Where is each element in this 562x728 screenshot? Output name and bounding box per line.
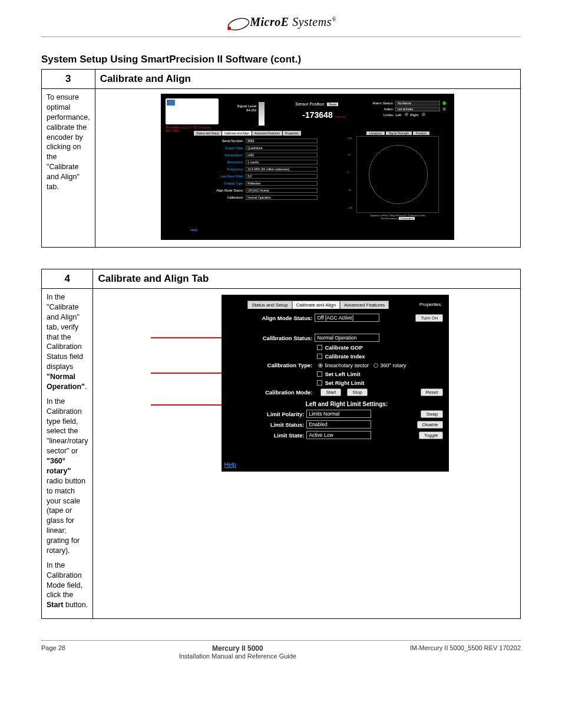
radio-linear-rotary[interactable] <box>318 363 323 368</box>
turn-on-button[interactable]: Turn On <box>415 314 443 322</box>
footer-title: Mercury II 5000 <box>65 644 410 653</box>
tab-status-setup[interactable]: Status and Setup <box>194 131 221 136</box>
swap-button[interactable]: Swap <box>421 410 443 418</box>
calibrate-index-checkbox[interactable] <box>317 354 322 359</box>
lowpass-field[interactable]: 3.0 <box>246 174 318 179</box>
reset-button[interactable]: Reset <box>421 388 444 396</box>
disable-button[interactable]: Disable <box>417 421 444 429</box>
limit-status-value: Enabled <box>306 420 371 429</box>
help-link[interactable]: Help <box>224 462 236 468</box>
app-tabs[interactable]: Status and SetupCalibrate and AlignAdvan… <box>194 131 302 135</box>
section-heading: System Setup Using SmartPrecision II Sof… <box>41 54 521 65</box>
page-root: MicroE Systems® System Setup Using Smart… <box>0 0 562 683</box>
svg-point-0 <box>227 17 250 32</box>
plot-tab-signal[interactable]: Signal Strength <box>386 131 412 135</box>
step3-table: 3 Calibrate and Align To ensure optimal … <box>41 69 521 248</box>
app-brand-box <box>166 98 219 124</box>
set-right-limit-checkbox[interactable] <box>317 380 322 386</box>
status-led-icon <box>442 101 446 105</box>
left-limit-led-icon <box>405 113 408 116</box>
calibrate-gop-checkbox[interactable] <box>317 345 322 350</box>
align-mode-value: Off [AGC Active] <box>315 314 379 322</box>
plot-tab-lissajous[interactable]: Lissajous <box>366 131 385 135</box>
frequency-field[interactable]: 10.0 MHz (50 million states/sec) <box>246 167 318 172</box>
footer-rule <box>41 640 521 641</box>
align-mode-label: Align Mode Status: <box>250 315 315 321</box>
tab-properties[interactable]: Properties <box>283 131 301 136</box>
step4-number: 4 <box>42 269 93 289</box>
cal-mode-label: Calibration Mode: <box>250 389 315 396</box>
plot-tabs[interactable]: LissajousSignal StrengthPosition <box>351 131 445 135</box>
set-right-limit-label: Set Right Limit <box>325 380 364 386</box>
sensor-position-label: Sensor Position Reset <box>295 102 338 106</box>
align-mode-status-field: Off [AGC Active] <box>246 188 318 193</box>
step3-instruction: To ensure optimal performance, calibrate… <box>47 93 90 192</box>
step4-table: 4 Calibrate and Align Tab In the "Calibr… <box>41 269 521 619</box>
tab-calibrate-align[interactable]: Calibrate and Align <box>292 301 340 309</box>
tabs-row[interactable]: Status and Setup Calibrate and Align Adv… <box>247 301 444 309</box>
svg-point-1 <box>227 27 231 30</box>
output-type-field[interactable]: Quadrature <box>246 146 318 150</box>
serial-number-field: 9999 <box>246 139 318 143</box>
limit-state-label: Limit State: <box>250 432 306 439</box>
lissajous-plot: 100 50 0 -50 -100 <box>356 136 439 213</box>
cal-type-label: Calibration Type: <box>250 362 315 368</box>
app-screenshot-2: Status and Setup Calibrate and Align Adv… <box>222 295 449 472</box>
help-link[interactable]: Help <box>190 228 197 232</box>
calibrate-index-label: Calibrate Index <box>325 353 365 360</box>
status-fields: Serial Number:9999 Output Type:Quadratur… <box>200 139 318 202</box>
limit-state-value: Active Low <box>306 431 371 439</box>
page-footer: Page 28 Mercury II 5000 Installation Man… <box>41 644 521 660</box>
calibrate-gop-label: Calibrate GOP <box>325 344 362 351</box>
step3-title: Calibrate and Align <box>100 73 191 84</box>
tab-advanced[interactable]: Advanced Features <box>252 131 282 136</box>
alarm-column: Alarm Status:No Alarms Index:not at inde… <box>363 101 446 118</box>
plot-tab-position[interactable]: Position <box>413 131 429 135</box>
properties-label[interactable]: Properties <box>416 301 444 309</box>
signal-level-bar <box>259 102 265 126</box>
toggle-button[interactable]: Toggle <box>419 431 444 439</box>
step3-title-cell: Calibrate and Align <box>95 70 520 89</box>
right-limit-led-icon <box>422 113 425 116</box>
limit-polarity-label: Limit Polarity: <box>250 411 306 417</box>
footer-page: Page 28 <box>41 644 65 660</box>
footer-rev: IM-Mercury II 5000_5500 REV 170202 <box>410 644 521 660</box>
logo-swoosh-icon <box>226 15 252 33</box>
app-screenshot-1: SmartPrecision™ II Software MII 5000 Sig… <box>161 94 454 240</box>
resolution-field[interactable]: 1 counts <box>246 160 318 164</box>
header-rule <box>41 37 521 37</box>
index-led-icon <box>442 107 446 111</box>
start-button[interactable]: Start <box>320 388 341 396</box>
tab-advanced[interactable]: Advanced Features <box>340 301 389 309</box>
step4-instructions: In the "Calibrate and Align" tab, verify… <box>47 292 88 610</box>
tab-status-setup[interactable]: Status and Setup <box>247 301 292 309</box>
calibration-field: Normal Operation <box>246 195 318 200</box>
plot-panel: LissajousSignal StrengthPosition 100 50 … <box>351 131 445 220</box>
set-left-limit-label: Set Left Limit <box>325 371 360 377</box>
stop-button[interactable]: Stop <box>347 388 367 396</box>
radio-360-rotary[interactable] <box>373 363 378 368</box>
footer-subtitle: Installation Manual and Reference Guide <box>65 653 410 660</box>
step4-side: In the "Calibrate and Align" tab, verify… <box>42 289 93 619</box>
cal-status-label: Calibration Status: <box>250 335 315 341</box>
step4-title: Calibrate and Align Tab <box>98 273 209 284</box>
limit-settings-heading: Left and Right Limit Settings: <box>250 401 443 407</box>
limit-status-label: Limit Status: <box>250 421 306 428</box>
interpolation-field[interactable]: x200 <box>246 153 318 157</box>
plot-options[interactable]: Dynamic to Plot ☐ Blue On/Line ☑ Calibra… <box>351 214 445 220</box>
cal-status-value: Normal Operation <box>315 334 379 342</box>
step4-title-cell: Calibrate and Align Tab <box>93 269 521 289</box>
logo-row: MicroE Systems® <box>41 15 521 33</box>
step3-side: To ensure optimal performance, calibrate… <box>42 89 95 248</box>
logo-text: MicroE Systems® <box>250 15 336 28</box>
step3-shot-cell: SmartPrecision™ II Software MII 5000 Sig… <box>95 89 520 248</box>
step3-number: 3 <box>42 70 95 89</box>
set-left-limit-checkbox[interactable] <box>317 371 322 377</box>
grating-type-field[interactable]: Reflective <box>246 181 318 186</box>
plot-persistence-select[interactable]: 1 seconds ▾ <box>399 217 415 220</box>
tab-calibrate-align[interactable]: Calibrate and Align <box>222 131 252 136</box>
signal-level-label: Signal Level 84.0% <box>230 104 256 112</box>
lissajous-circle-icon <box>369 145 428 204</box>
sensor-position-value: -173648 counts <box>302 110 345 120</box>
sensor-reset-button[interactable]: Reset <box>327 103 338 106</box>
